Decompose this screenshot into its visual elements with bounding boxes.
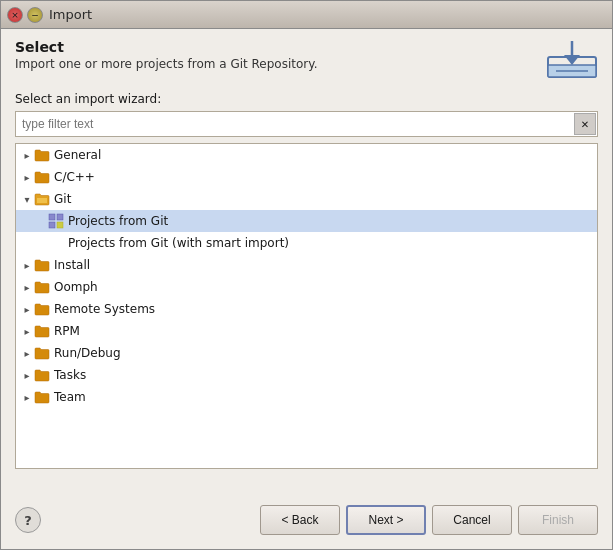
tree-item-install[interactable]: Install <box>16 254 597 276</box>
help-button[interactable]: ? <box>15 507 41 533</box>
import-icon <box>546 39 598 84</box>
arrow-general <box>20 150 34 161</box>
button-row: ? < Back Next > Cancel Finish <box>15 505 598 535</box>
filter-input[interactable] <box>16 112 573 136</box>
folder-icon-oomph <box>34 280 50 294</box>
svg-rect-9 <box>57 222 63 228</box>
back-button[interactable]: < Back <box>260 505 340 535</box>
svg-rect-5 <box>37 198 47 203</box>
finish-button[interactable]: Finish <box>518 505 598 535</box>
folder-icon-run-debug <box>34 346 50 360</box>
wizard-label: Select an import wizard: <box>15 92 598 106</box>
arrow-run-debug <box>20 348 34 359</box>
svg-rect-6 <box>49 214 55 220</box>
cpp-label: C/C++ <box>54 170 95 184</box>
team-label: Team <box>54 390 86 404</box>
svg-marker-3 <box>564 55 580 65</box>
folder-icon-tasks <box>34 368 50 382</box>
title-bar: × − Import <box>1 1 612 29</box>
tree-container[interactable]: General C/C++ Git <box>15 143 598 469</box>
bottom-area: ? < Back Next > Cancel Finish <box>15 469 598 549</box>
import-window: × − Import Select Import one or more pro… <box>0 0 613 550</box>
tree-item-projects-from-git[interactable]: Projects from Git <box>16 210 597 232</box>
projects-from-git-label: Projects from Git <box>68 214 168 228</box>
help-icon: ? <box>24 513 32 528</box>
tree-item-rpm[interactable]: RPM <box>16 320 597 342</box>
window-controls: × − <box>7 7 43 23</box>
install-label: Install <box>54 258 90 272</box>
git-project-icon <box>48 213 64 229</box>
tree-item-oomph[interactable]: Oomph <box>16 276 597 298</box>
arrow-git <box>20 194 34 205</box>
section-description: Import one or more projects from a Git R… <box>15 57 317 71</box>
next-button[interactable]: Next > <box>346 505 426 535</box>
tree-item-run-debug[interactable]: Run/Debug <box>16 342 597 364</box>
arrow-team <box>20 392 34 403</box>
folder-icon-team <box>34 390 50 404</box>
arrow-cpp <box>20 172 34 183</box>
arrow-remote-systems <box>20 304 34 315</box>
tree-item-team[interactable]: Team <box>16 386 597 408</box>
arrow-oomph <box>20 282 34 293</box>
folder-icon-install <box>34 258 50 272</box>
projects-from-git-smart-label: Projects from Git (with smart import) <box>66 236 289 250</box>
svg-rect-7 <box>57 214 63 220</box>
folder-icon-cpp <box>34 170 50 184</box>
arrow-rpm <box>20 326 34 337</box>
navigation-buttons: < Back Next > Cancel Finish <box>260 505 598 535</box>
folder-icon-rpm <box>34 324 50 338</box>
tree-item-general[interactable]: General <box>16 144 597 166</box>
tree-item-remote-systems[interactable]: Remote Systems <box>16 298 597 320</box>
folder-icon-remote-systems <box>34 302 50 316</box>
general-label: General <box>54 148 101 162</box>
minimize-icon: − <box>31 10 39 20</box>
run-debug-label: Run/Debug <box>54 346 121 360</box>
tree-item-cpp[interactable]: C/C++ <box>16 166 597 188</box>
oomph-label: Oomph <box>54 280 98 294</box>
section-title: Select <box>15 39 317 55</box>
tree-item-tasks[interactable]: Tasks <box>16 364 597 386</box>
cancel-button[interactable]: Cancel <box>432 505 512 535</box>
window-title: Import <box>49 7 92 22</box>
import-svg-icon <box>546 39 598 81</box>
arrow-tasks <box>20 370 34 381</box>
close-button[interactable]: × <box>7 7 23 23</box>
remote-systems-label: Remote Systems <box>54 302 155 316</box>
clear-filter-button[interactable]: ✕ <box>574 113 596 135</box>
clear-icon: ✕ <box>581 119 589 130</box>
filter-row: ✕ <box>15 111 598 137</box>
minimize-button[interactable]: − <box>27 7 43 23</box>
tasks-label: Tasks <box>54 368 86 382</box>
close-icon: × <box>11 10 19 20</box>
header-text: Select Import one or more projects from … <box>15 39 317 81</box>
header-section: Select Import one or more projects from … <box>15 39 598 84</box>
git-label: Git <box>54 192 71 206</box>
folder-icon-general <box>34 148 50 162</box>
arrow-install <box>20 260 34 271</box>
content-area: Select Import one or more projects from … <box>1 29 612 549</box>
rpm-label: RPM <box>54 324 80 338</box>
folder-icon-git <box>34 192 50 206</box>
svg-rect-8 <box>49 222 55 228</box>
tree-item-git[interactable]: Git <box>16 188 597 210</box>
tree-item-projects-from-git-smart[interactable]: Projects from Git (with smart import) <box>16 232 597 254</box>
